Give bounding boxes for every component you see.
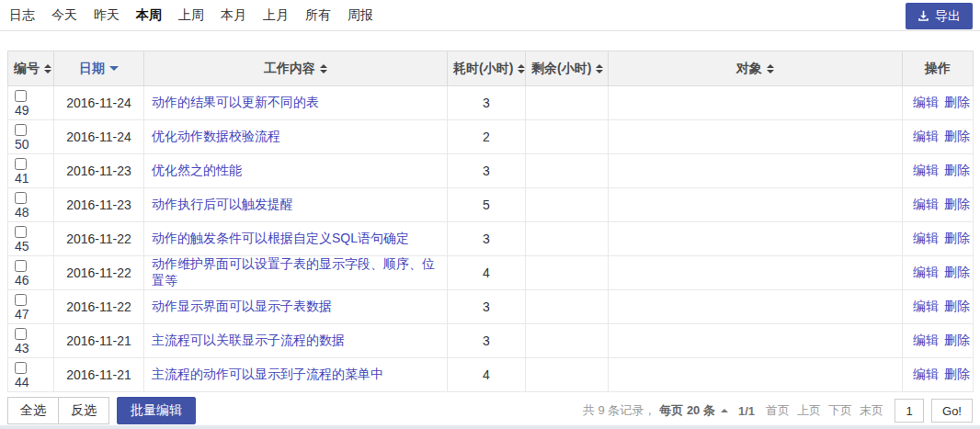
col-header-remaining[interactable]: 剩余(小时) xyxy=(526,51,609,86)
delete-link[interactable]: 删除 xyxy=(944,367,970,381)
work-content-link[interactable]: 动作的触发条件可以根据自定义SQL语句确定 xyxy=(152,231,409,245)
delete-link[interactable]: 删除 xyxy=(944,299,970,313)
delete-link[interactable]: 删除 xyxy=(944,197,970,211)
row-checkbox[interactable] xyxy=(15,328,27,340)
row-id: 45 xyxy=(15,240,29,254)
row-checkbox[interactable] xyxy=(15,124,27,136)
row-checkbox[interactable] xyxy=(15,260,27,272)
delete-link[interactable]: 删除 xyxy=(944,333,970,347)
date-cell: 2016-11-22 xyxy=(54,222,144,256)
invert-select-button[interactable]: 反选 xyxy=(58,397,109,424)
date-cell: 2016-11-24 xyxy=(54,86,144,120)
caret-down-icon xyxy=(109,66,119,71)
work-content-link[interactable]: 优化然之的性能 xyxy=(152,163,242,177)
date-cell: 2016-11-21 xyxy=(54,358,144,392)
edit-link[interactable]: 编辑 xyxy=(913,299,939,313)
work-content-link[interactable]: 动作执行后可以触发提醒 xyxy=(152,197,293,211)
edit-link[interactable]: 编辑 xyxy=(913,129,939,143)
date-cell: 2016-11-24 xyxy=(54,120,144,154)
table-row: 462016-11-22动作维护界面可以设置子表的显示字段、顺序、位置等4编辑删… xyxy=(8,256,974,290)
row-checkbox[interactable] xyxy=(15,192,27,204)
work-content-link[interactable]: 主流程可以关联显示子流程的数据 xyxy=(152,333,345,347)
edit-link[interactable]: 编辑 xyxy=(913,265,939,279)
row-checkbox[interactable] xyxy=(15,90,27,102)
remaining-cell xyxy=(526,154,609,188)
row-checkbox[interactable] xyxy=(15,226,27,238)
delete-link[interactable]: 删除 xyxy=(944,163,970,177)
records-count: 共 9 条记录， xyxy=(583,402,655,419)
nav-item-2[interactable]: 昨天 xyxy=(94,7,120,24)
row-checkbox[interactable] xyxy=(15,294,27,306)
work-content-link[interactable]: 优化动作数据校验流程 xyxy=(152,129,280,143)
per-page-label[interactable]: 每页 20 条 xyxy=(659,402,715,419)
log-table: 编号 日期 工作内容 耗时(小时) 剩余(小时) 对象 操作 xyxy=(7,51,974,392)
content-cell: 优化动作数据校验流程 xyxy=(144,120,448,154)
work-content-link[interactable]: 动作的结果可以更新不同的表 xyxy=(152,95,319,109)
actions-cell: 编辑删除 xyxy=(903,324,974,358)
delete-link[interactable]: 删除 xyxy=(944,231,970,245)
hours-cell: 3 xyxy=(448,86,526,120)
first-page-link[interactable]: 首页 xyxy=(766,402,790,419)
col-header-hours[interactable]: 耗时(小时) xyxy=(448,51,526,86)
edit-link[interactable]: 编辑 xyxy=(913,333,939,347)
col-header-id[interactable]: 编号 xyxy=(8,51,54,86)
work-content-link[interactable]: 主流程的动作可以显示到子流程的菜单中 xyxy=(152,367,383,381)
col-header-object[interactable]: 对象 xyxy=(609,51,903,86)
col-header-date[interactable]: 日期 xyxy=(54,51,144,86)
go-button[interactable]: Go! xyxy=(931,399,973,423)
export-button[interactable]: 导出 xyxy=(906,3,973,29)
hours-cell: 2 xyxy=(448,120,526,154)
col-header-actions: 操作 xyxy=(903,51,974,86)
work-content-link[interactable]: 动作维护界面可以设置子表的显示字段、顺序、位置等 xyxy=(152,256,435,288)
content-cell: 动作的触发条件可以根据自定义SQL语句确定 xyxy=(144,222,448,256)
sort-icon xyxy=(44,64,51,73)
delete-link[interactable]: 删除 xyxy=(944,265,970,279)
edit-link[interactable]: 编辑 xyxy=(913,367,939,381)
select-all-button[interactable]: 全选 xyxy=(7,397,59,424)
col-header-date-label: 日期 xyxy=(79,61,105,75)
row-id: 47 xyxy=(15,308,29,322)
id-cell: 46 xyxy=(8,256,54,290)
object-cell xyxy=(609,188,903,222)
date-cell: 2016-11-21 xyxy=(54,324,144,358)
row-checkbox[interactable] xyxy=(15,362,27,374)
edit-link[interactable]: 编辑 xyxy=(913,163,939,177)
page-number-input[interactable] xyxy=(895,399,924,423)
next-page-link[interactable]: 下页 xyxy=(828,402,852,419)
actions-cell: 编辑删除 xyxy=(903,256,974,290)
nav-item-5[interactable]: 本月 xyxy=(221,7,246,24)
remaining-cell xyxy=(526,86,609,120)
last-page-link[interactable]: 末页 xyxy=(860,402,883,419)
nav-item-3[interactable]: 本周 xyxy=(136,7,162,24)
page-info: 1/1 xyxy=(738,404,755,418)
col-header-content[interactable]: 工作内容 xyxy=(144,51,448,86)
nav-item-log[interactable]: 日志 xyxy=(9,7,35,24)
hours-cell: 5 xyxy=(448,188,526,222)
hours-cell: 4 xyxy=(448,256,526,290)
remaining-cell xyxy=(526,256,609,290)
object-cell xyxy=(609,222,903,256)
nav-item-6[interactable]: 上月 xyxy=(263,7,289,24)
delete-link[interactable]: 删除 xyxy=(944,129,970,143)
id-cell: 44 xyxy=(8,358,54,392)
edit-link[interactable]: 编辑 xyxy=(913,95,939,109)
edit-link[interactable]: 编辑 xyxy=(913,197,939,211)
nav-item-1[interactable]: 今天 xyxy=(51,7,77,24)
date-cell: 2016-11-23 xyxy=(54,188,144,222)
remaining-cell xyxy=(526,188,609,222)
nav-item-7[interactable]: 所有 xyxy=(305,7,331,24)
work-content-link[interactable]: 动作显示界面可以显示子表数据 xyxy=(152,299,332,313)
row-checkbox[interactable] xyxy=(15,158,27,170)
batch-edit-button[interactable]: 批量编辑 xyxy=(117,397,196,424)
table-row: 502016-11-24优化动作数据校验流程2编辑删除 xyxy=(8,120,974,154)
delete-link[interactable]: 删除 xyxy=(944,95,970,109)
nav-item-8[interactable]: 周报 xyxy=(348,7,373,24)
prev-page-link[interactable]: 上页 xyxy=(797,402,821,419)
actions-cell: 编辑删除 xyxy=(903,188,974,222)
edit-link[interactable]: 编辑 xyxy=(913,231,939,245)
nav-item-4[interactable]: 上周 xyxy=(178,7,204,24)
object-cell xyxy=(609,324,903,358)
row-id: 43 xyxy=(15,342,29,356)
log-table-panel: 编号 日期 工作内容 耗时(小时) 剩余(小时) 对象 操作 xyxy=(7,51,973,392)
row-id: 50 xyxy=(15,138,29,152)
